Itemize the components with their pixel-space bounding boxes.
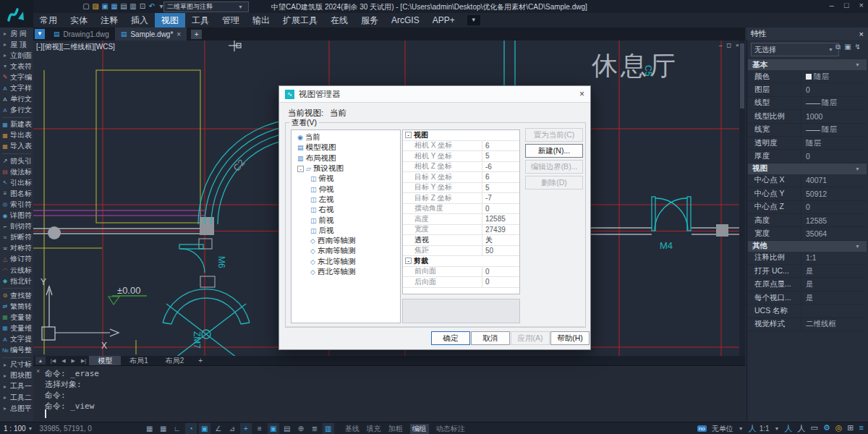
- menu-item-输出[interactable]: 输出: [246, 13, 276, 27]
- ortho-toggle[interactable]: ∟: [171, 423, 183, 434]
- property-row[interactable]: 视觉样式二维线框: [748, 318, 867, 331]
- menu-item-实体[interactable]: 实体: [64, 13, 94, 27]
- polar-tracking-toggle[interactable]: ◔: [185, 423, 197, 434]
- save-icon[interactable]: ▣: [101, 1, 109, 12]
- sidebar-item-云线标[interactable]: ◠云线标: [0, 265, 33, 276]
- section-header-基本[interactable]: 基本▼: [748, 59, 867, 70]
- sidebar-item-屋顶[interactable]: ▸屋 顶: [0, 39, 33, 50]
- menu-item-插入[interactable]: 插入: [124, 13, 155, 27]
- grid-row[interactable]: 后向面0: [403, 277, 519, 288]
- grid-row[interactable]: 摆动角度0: [403, 204, 519, 215]
- sidebar-item-文字提[interactable]: A文字提: [0, 334, 33, 345]
- menu-item-工具[interactable]: 工具: [185, 13, 216, 27]
- sidebar-item-编号整[interactable]: №编号整: [0, 345, 33, 356]
- property-row[interactable]: 每个视口...是: [748, 292, 867, 305]
- tree-item-仰视[interactable]: ◫仰视: [292, 184, 400, 194]
- sidebar-item-立剖面[interactable]: ▸立剖面: [0, 50, 33, 61]
- quick-properties-toggle[interactable]: ▤: [281, 423, 293, 434]
- sidebar-item-剖切符[interactable]: ⌐剖切符: [0, 221, 33, 232]
- tree-item-预设视图[interactable]: -▱预设视图: [292, 163, 400, 174]
- property-row[interactable]: 中心点 X40071: [748, 174, 867, 187]
- vertical-scrollbar-thumb[interactable]: [740, 43, 744, 109]
- column-grip[interactable]: [200, 217, 214, 235]
- menu-item-在线[interactable]: 在线: [324, 13, 354, 27]
- layout-nav-icon[interactable]: ▶: [69, 358, 78, 364]
- sidebar-item-导入表[interactable]: ▦导入表: [0, 141, 33, 152]
- grid-expander-icon[interactable]: -: [405, 132, 412, 138]
- selection-filter-dropdown[interactable]: 无选择 ▼: [751, 43, 839, 56]
- app-logo[interactable]: [0, 0, 33, 27]
- dialog-button-帮助(H)[interactable]: 帮助(H): [550, 331, 590, 345]
- pickadd-toggle-icon[interactable]: ▣: [844, 43, 851, 51]
- menu-item-APP+[interactable]: APP+: [426, 13, 461, 27]
- sidebar-item-索引符[interactable]: ◎索引符: [0, 199, 33, 210]
- tree-item-西北等轴测[interactable]: ◇西北等轴测: [292, 267, 400, 277]
- menu-item-常用[interactable]: 常用: [33, 13, 64, 27]
- sidebar-item-新建表[interactable]: ▦新建表: [0, 119, 33, 130]
- tab-list-dropdown-button[interactable]: ▼: [35, 29, 45, 39]
- object-snap-tracking-toggle[interactable]: ∠: [213, 423, 224, 434]
- copy-properties-icon[interactable]: ⧉: [835, 43, 841, 51]
- document-tab[interactable]: ▤Drawing1.dwg: [48, 27, 115, 41]
- dynamic-ucs-toggle[interactable]: ⊿: [226, 423, 238, 434]
- toggle-动态标注[interactable]: 动态标注: [436, 424, 465, 434]
- property-row[interactable]: UCS 名称: [748, 305, 867, 318]
- customize-menu-icon[interactable]: ≡: [859, 423, 864, 434]
- tree-item-东北等轴测[interactable]: ◇东北等轴测: [292, 257, 400, 267]
- sidebar-item-箭头引[interactable]: ↗箭头引: [0, 156, 33, 166]
- layout-nav-icon[interactable]: ◀: [59, 358, 68, 364]
- property-row[interactable]: 颜色随层: [748, 70, 867, 83]
- annotation-objects-toggle[interactable]: ≣: [309, 423, 320, 434]
- workspace-switch-icon[interactable]: ▭: [810, 423, 817, 434]
- sidebar-item-引出标[interactable]: ↖引出标: [0, 177, 33, 188]
- layout-nav-icon[interactable]: |◀: [48, 358, 59, 364]
- save-as-icon[interactable]: ▦: [110, 1, 119, 12]
- sidebar-item-文字样[interactable]: A文字样: [0, 82, 33, 93]
- sidebar-item-导出表[interactable]: ▦导出表: [0, 130, 33, 141]
- selection-icon[interactable]: ⊡: [138, 1, 147, 12]
- dynamic-input-toggle[interactable]: +: [240, 423, 252, 434]
- object-snap-toggle[interactable]: ▣: [199, 423, 210, 434]
- grid-row[interactable]: 相机 X 坐标6: [403, 141, 519, 152]
- property-row[interactable]: 厚度0: [748, 150, 867, 163]
- properties-close-button[interactable]: ×: [859, 30, 864, 38]
- property-row[interactable]: 打开 UC...是: [748, 265, 867, 278]
- layout-tab-布局2[interactable]: 布局2: [157, 356, 193, 366]
- document-tab[interactable]: ▤Sample.dwg*×: [115, 27, 187, 41]
- sidebar-item-工具一[interactable]: ▸工具一: [0, 381, 33, 392]
- layout-tab-模型[interactable]: 模型: [89, 356, 121, 366]
- sidebar-item-房间[interactable]: ▸房 间: [0, 28, 33, 39]
- property-row[interactable]: 宽度35064: [748, 227, 867, 240]
- menu-item-管理[interactable]: 管理: [216, 13, 246, 27]
- viewport-controls-label[interactable]: [-][俯视][二维线框][WCS]: [36, 42, 115, 52]
- menu-item-注释[interactable]: 注释: [94, 13, 124, 27]
- grid-row[interactable]: 相机 Y 坐标5: [403, 151, 519, 162]
- viewport-minimize-icon[interactable]: –: [719, 42, 722, 48]
- toggle-加粗[interactable]: 加粗: [388, 424, 403, 434]
- sidebar-item-文字编[interactable]: ✎文字编: [0, 72, 33, 82]
- ribbon-collapse-button[interactable]: ▼: [467, 15, 480, 25]
- toggle-填充[interactable]: 填充: [367, 424, 381, 434]
- sidebar-item-指北针[interactable]: ◆指北针: [0, 276, 33, 286]
- tree-item-前视[interactable]: ◫前视: [292, 215, 400, 225]
- toggle-编组[interactable]: 编组: [410, 424, 429, 434]
- property-row[interactable]: 在原点显...是: [748, 278, 867, 291]
- property-row[interactable]: 透明度随层: [748, 137, 867, 150]
- command-close-icon[interactable]: ×: [36, 367, 40, 375]
- grid-row[interactable]: 目标 Z 坐标-7: [403, 193, 519, 204]
- annotation-monitor-toggle[interactable]: ▥: [323, 423, 334, 434]
- column-grip[interactable]: [716, 224, 728, 237]
- grid-row[interactable]: 透视关: [403, 235, 519, 246]
- dialog-button-确定[interactable]: 确定: [431, 331, 470, 345]
- property-row[interactable]: 中心点 Z0: [748, 201, 867, 214]
- units-label[interactable]: 无单位: [712, 424, 733, 434]
- selection-cycling-toggle[interactable]: ⊕: [295, 423, 307, 434]
- tree-item-西南等轴测[interactable]: ◇西南等轴测: [292, 236, 400, 246]
- tab-close-icon[interactable]: ×: [176, 30, 181, 38]
- tree-expander-icon[interactable]: -: [297, 166, 304, 172]
- dialog-button-取消[interactable]: 取消: [471, 331, 510, 345]
- grid-toggle[interactable]: ▦: [158, 423, 169, 434]
- viewport-restore-icon[interactable]: ◻: [726, 42, 731, 48]
- menu-item-扩展工具[interactable]: 扩展工具: [276, 13, 324, 27]
- close-button[interactable]: ×: [859, 1, 864, 9]
